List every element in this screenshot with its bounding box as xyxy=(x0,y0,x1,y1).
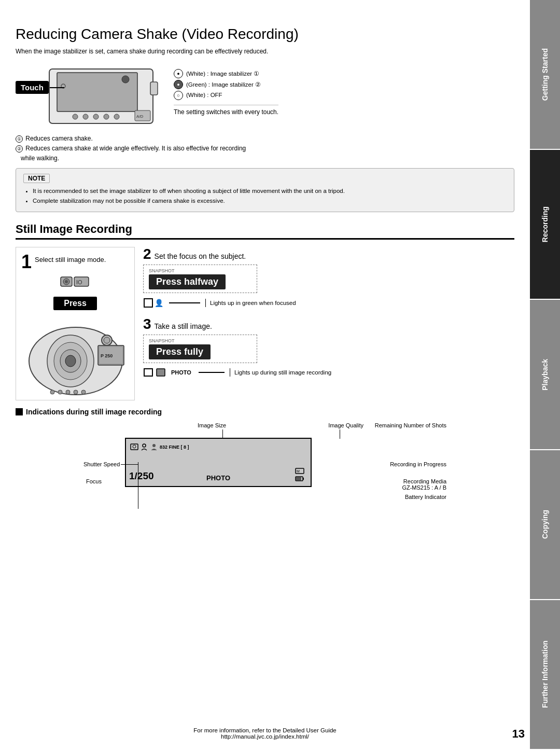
stabilizer-option-2: ● (Green) : Image stabilizer ② xyxy=(174,79,278,90)
shutter-speed-label: Shutter Speed xyxy=(83,461,120,467)
photo-desc: Lights up during still image recording xyxy=(230,368,331,377)
sidebar-tab-copying[interactable]: Copying xyxy=(530,450,560,600)
circle-num-1: ① xyxy=(16,135,23,143)
page-footer: For more information, refer to the Detai… xyxy=(0,727,530,740)
image-size-label: Image Size xyxy=(198,422,226,428)
photo-display-val: PHOTO xyxy=(206,474,230,482)
sidebar-tab-getting-started-label: Getting Started xyxy=(541,48,549,101)
press-label-container: Press xyxy=(21,295,129,314)
focus-icons: 👤 xyxy=(143,297,164,309)
indications-title: Indications during still image recording xyxy=(16,408,514,416)
note-box: NOTE It is recommended to set the image … xyxy=(16,168,514,212)
sidebar-tab-playback[interactable]: Playback xyxy=(530,300,560,450)
snapshot-label-2: SNAPSHOT xyxy=(149,268,251,273)
sidebar-tab-getting-started[interactable]: Getting Started xyxy=(530,0,560,150)
remaining-label: Remaining Number of Shots xyxy=(375,422,446,428)
shutter-arrow xyxy=(121,464,138,465)
sidebar-tab-further-information-label: Further Information xyxy=(541,641,549,708)
snapshot-label-3: SNAPSHOT xyxy=(149,338,251,343)
svg-point-3 xyxy=(73,114,78,119)
photo-label-area xyxy=(143,367,166,378)
step3-number: 3 xyxy=(143,317,151,331)
focus-label: Focus xyxy=(86,478,102,484)
svg-point-38 xyxy=(143,444,146,447)
page-title: Reducing Camera Shake (Video Recording) xyxy=(16,26,514,43)
display-screen: 832 FINE [ 8 ] 1/250 PHOTO M xyxy=(125,438,312,487)
note-circle-2: ② Reduces camera shake at wide angle eff… xyxy=(16,144,514,163)
recording-progress-label: Recording in Progress xyxy=(390,461,446,467)
stabilizer-option-3: ○ (White) : OFF xyxy=(174,90,278,101)
still-image-section: Still Image Recording 1 Select still ima… xyxy=(16,223,514,505)
section-title: Still Image Recording xyxy=(16,223,514,240)
camera-svg: A/D xyxy=(44,66,163,129)
stabilizer-icon-3: ○ xyxy=(174,91,183,100)
focus-icons-svg: 👤 xyxy=(143,297,164,309)
camera-lcd-container: Touch xyxy=(16,66,163,129)
photo-label: PHOTO xyxy=(171,369,191,376)
photo-icon-svg xyxy=(143,367,153,378)
steps-area: 1 Select still image mode. IO Press xyxy=(16,247,514,400)
svg-text:IO: IO xyxy=(76,279,82,285)
stabilizer-icon-1: ● xyxy=(174,69,183,78)
stabilizer-text-2: (Green) : Image stabilizer ② xyxy=(186,79,261,90)
display-diagram: Image Size Image Quality Remaining Numbe… xyxy=(83,422,446,505)
touch-label: Touch xyxy=(16,81,49,94)
step2-desc: Set the focus on the subject. xyxy=(155,252,246,260)
press-halfway-button: Press halfway xyxy=(149,274,226,289)
sidebar-tab-recording[interactable]: Recording xyxy=(530,150,560,300)
note-item-1: It is recommended to set the image stabi… xyxy=(33,186,507,197)
focus-indicator-row: 👤 Lights up in green when focused xyxy=(143,297,514,309)
battery-icon xyxy=(295,476,304,482)
stabilizer-icon-2: ● xyxy=(174,80,183,89)
mode-icons-svg: IO xyxy=(60,274,91,290)
svg-text:M: M xyxy=(297,469,300,473)
stabilizer-text-3: (White) : OFF xyxy=(186,90,222,101)
step2-area: 2 Set the focus on the subject. SNAPSHOT… xyxy=(143,247,514,309)
sidebar-tab-recording-label: Recording xyxy=(541,206,549,242)
svg-point-5 xyxy=(93,114,99,119)
stabilizer-text-1: (White) : Image stabilizer ① xyxy=(186,68,259,79)
black-square-icon xyxy=(16,408,23,415)
svg-text:P 250: P 250 xyxy=(101,353,113,358)
media-icon: M xyxy=(295,468,304,474)
svg-point-26 xyxy=(58,390,62,394)
svg-point-39 xyxy=(152,444,156,447)
step23-box: 2 Set the focus on the subject. SNAPSHOT… xyxy=(143,247,514,400)
svg-rect-43 xyxy=(296,477,301,480)
snapshot-button-area-3: SNAPSHOT Press fully xyxy=(143,335,257,363)
camera-lcd-box: A/D xyxy=(44,66,163,129)
photo-icon-svg2 xyxy=(156,367,166,378)
focus-line xyxy=(169,302,200,303)
svg-point-28 xyxy=(74,390,78,394)
step1-desc: Select still image mode. xyxy=(35,256,106,265)
svg-point-14 xyxy=(65,280,68,283)
recording-media-label: Recording Media GZ-MS215 : A / B xyxy=(402,478,446,491)
sidebar-tab-playback-label: Playback xyxy=(541,359,549,391)
touch-arrow xyxy=(50,87,64,88)
svg-point-21 xyxy=(65,355,76,367)
stabilizer-options-list: ● (White) : Image stabilizer ① ● (Green)… xyxy=(174,68,278,101)
svg-text:👤: 👤 xyxy=(155,299,164,308)
indications-section: Indications during still image recording… xyxy=(16,408,514,505)
step3-header: 3 Take a still image. xyxy=(143,317,514,331)
press-fully-button: Press fully xyxy=(149,344,211,359)
sidebar-tab-copying-label: Copying xyxy=(541,510,549,539)
note-circle-1: ① Reduces camera shake. xyxy=(16,134,514,144)
fine-display-val: 832 FINE [ 8 ] xyxy=(160,445,189,450)
svg-rect-2 xyxy=(122,76,129,83)
svg-point-7 xyxy=(114,114,119,119)
photo-indicator-row: PHOTO Lights up during still image recor… xyxy=(143,367,514,378)
step1-header: 1 Select still image mode. xyxy=(21,253,129,271)
sidebar-tab-further-information[interactable]: Further Information xyxy=(530,600,560,750)
image-quality-label: Image Quality xyxy=(328,422,363,428)
svg-point-31 xyxy=(104,337,110,343)
svg-point-6 xyxy=(104,114,109,119)
camera-body-illustration: P 250 xyxy=(21,320,129,400)
svg-point-29 xyxy=(81,390,86,394)
note-circle-1-text: Reduces camera shake. xyxy=(25,135,92,142)
recording-media-icons: M xyxy=(295,468,304,482)
step1-box: 1 Select still image mode. IO Press xyxy=(16,247,135,400)
note-circle-2-text: Reduces camera shake at wide angle effec… xyxy=(16,145,246,162)
battery-label: Battery Indicator xyxy=(405,494,446,500)
display-inner: 832 FINE [ 8 ] 1/250 PHOTO M xyxy=(126,439,311,486)
